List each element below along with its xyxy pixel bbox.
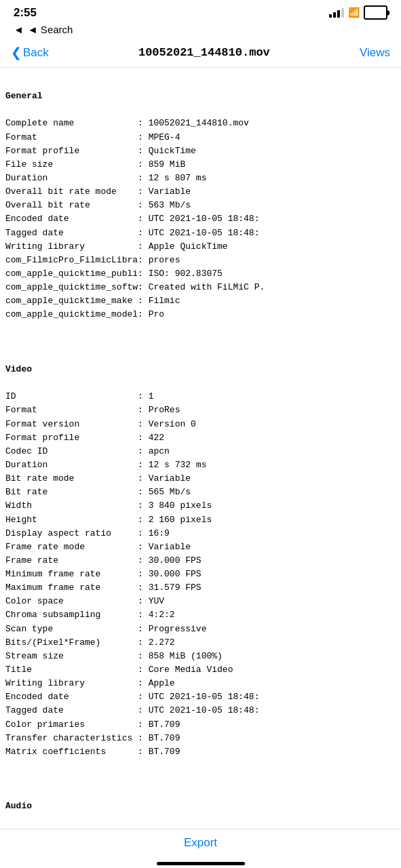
row-value: : Created with FiLMiC P. bbox=[138, 282, 265, 292]
row-value: : 10052021_144810.mov bbox=[138, 118, 249, 128]
row-label: Complete name bbox=[5, 118, 138, 128]
row-label: Maximum frame rate bbox=[5, 583, 138, 593]
table-row: Format version : Version 0 bbox=[5, 419, 196, 429]
row-label: Overall bit rate mode bbox=[5, 186, 138, 197]
status-time: 2:55 bbox=[14, 6, 37, 20]
nav-views-button[interactable]: Views bbox=[360, 46, 390, 60]
wifi-icon: 📶 bbox=[348, 7, 360, 18]
battery-icon bbox=[364, 5, 387, 20]
export-button[interactable]: Export bbox=[0, 829, 401, 856]
row-label: Display aspect ratio bbox=[5, 528, 138, 538]
table-row: com_apple_quicktime_model: Pro bbox=[5, 309, 164, 319]
nav-back-label: Back bbox=[23, 46, 49, 60]
row-label: Minimum frame rate bbox=[5, 569, 138, 579]
row-value: : 4:2:2 bbox=[138, 610, 175, 620]
table-row: Format : ProRes bbox=[5, 405, 180, 415]
row-value: : Filmic bbox=[138, 296, 180, 306]
nav-back-button[interactable]: ❮ Back bbox=[11, 45, 49, 60]
row-value: : BT.709 bbox=[138, 719, 180, 730]
search-bar-area: ◄ ◄ Search bbox=[0, 22, 401, 39]
table-row: Format profile : 422 bbox=[5, 433, 164, 443]
row-value: : ISO: 902.83075 bbox=[138, 269, 223, 279]
table-row: Maximum frame rate : 31.579 FPS bbox=[5, 583, 202, 593]
row-value: : UTC 2021-10-05 18:48: bbox=[138, 214, 259, 224]
table-row: Color primaries : BT.709 bbox=[5, 719, 180, 730]
row-label: com_apple_quicktime_make bbox=[5, 296, 138, 306]
row-value: : prores bbox=[138, 255, 180, 265]
row-label: Frame rate mode bbox=[5, 542, 138, 552]
video-header: Video bbox=[5, 364, 32, 374]
row-label: Overall bit rate bbox=[5, 200, 138, 210]
table-row: Tagged date : UTC 2021-10-05 18:48: bbox=[5, 228, 259, 238]
table-row: Complete name : 10052021_144810.mov bbox=[5, 118, 249, 128]
chevron-left-icon: ◄ bbox=[14, 24, 24, 35]
table-row: Matrix coefficients : BT.709 bbox=[5, 747, 180, 757]
table-row: com_apple_quicktime_softw: Created with … bbox=[5, 282, 265, 292]
table-row: Codec ID : apcn bbox=[5, 446, 170, 456]
row-value: : Apple QuickTime bbox=[138, 241, 228, 252]
row-label: Encoded date bbox=[5, 214, 138, 224]
table-row: Bits/(Pixel*Frame) : 2.272 bbox=[5, 637, 175, 648]
row-value: : 30.000 FPS bbox=[138, 569, 202, 579]
row-label: Title bbox=[5, 665, 138, 675]
row-value: : 3 840 pixels bbox=[138, 500, 212, 511]
nav-chevron-icon: ❮ bbox=[11, 45, 22, 60]
table-row: Display aspect ratio : 16:9 bbox=[5, 528, 170, 538]
row-label: Transfer characteristics bbox=[5, 733, 138, 743]
row-value: : MPEG-4 bbox=[138, 132, 180, 142]
table-row: com_apple_quicktime_publi: ISO: 902.8307… bbox=[5, 269, 223, 279]
row-value: : UTC 2021-10-05 18:48: bbox=[138, 692, 259, 702]
table-row: File size : 859 MiB bbox=[5, 159, 185, 170]
row-value: : 2 160 pixels bbox=[138, 515, 212, 525]
home-bar bbox=[157, 862, 245, 865]
table-row: Tagged date : UTC 2021-10-05 18:48: bbox=[5, 705, 259, 715]
row-value: : Apple bbox=[138, 678, 175, 688]
signal-icon bbox=[329, 8, 344, 18]
table-row: Format : MPEG-4 bbox=[5, 132, 180, 142]
row-label: Writing library bbox=[5, 241, 138, 252]
row-label: Writing library bbox=[5, 678, 138, 688]
table-row: Stream size : 858 MiB (100%) bbox=[5, 651, 223, 661]
status-bar: 2:55 📶 bbox=[0, 0, 401, 22]
row-value: : Version 0 bbox=[138, 419, 196, 429]
row-value: : BT.709 bbox=[138, 733, 180, 743]
row-value: : BT.709 bbox=[138, 747, 180, 757]
row-value: : QuickTime bbox=[138, 146, 196, 156]
row-label: Color primaries bbox=[5, 719, 138, 730]
row-label: Duration bbox=[5, 460, 138, 470]
row-label: Format profile bbox=[5, 146, 138, 156]
video-rows: ID : 1 Format : ProRes Format version : … bbox=[5, 391, 259, 757]
table-row: ID : 1 bbox=[5, 391, 153, 401]
row-label: Frame rate bbox=[5, 555, 138, 566]
row-value: : UTC 2021-10-05 18:48: bbox=[138, 705, 259, 715]
row-label: Format bbox=[5, 132, 138, 142]
search-back[interactable]: ◄ ◄ Search bbox=[14, 24, 387, 35]
row-value: : 858 MiB (100%) bbox=[138, 651, 223, 661]
row-value: : apcn bbox=[138, 446, 170, 456]
row-value: : 563 Mb/s bbox=[138, 200, 191, 210]
row-value: : 31.579 FPS bbox=[138, 583, 202, 593]
row-label: Format bbox=[5, 405, 138, 415]
general-header: General bbox=[5, 91, 43, 101]
table-row: Height : 2 160 pixels bbox=[5, 515, 212, 525]
row-value: : 2.272 bbox=[138, 637, 175, 648]
row-value: : Core Media Video bbox=[138, 665, 233, 675]
table-row: Title : Core Media Video bbox=[5, 665, 233, 675]
general-rows: Complete name : 10052021_144810.mov Form… bbox=[5, 118, 265, 319]
table-row: Encoded date : UTC 2021-10-05 18:48: bbox=[5, 692, 259, 702]
row-label: Format profile bbox=[5, 433, 138, 443]
row-label: Duration bbox=[5, 173, 138, 183]
table-row: Bit rate mode : Variable bbox=[5, 473, 191, 484]
row-label: ID bbox=[5, 391, 138, 401]
home-indicator bbox=[0, 856, 401, 868]
row-label: Format version bbox=[5, 419, 138, 429]
table-row: Encoded date : UTC 2021-10-05 18:48: bbox=[5, 214, 259, 224]
audio-header: Audio bbox=[5, 801, 32, 811]
table-row: Chroma subsampling : 4:2:2 bbox=[5, 610, 175, 620]
row-value: : UTC 2021-10-05 18:48: bbox=[138, 228, 259, 238]
row-value: : 12 s 732 ms bbox=[138, 460, 206, 470]
row-value: : 12 s 807 ms bbox=[138, 173, 206, 183]
row-label: Color space bbox=[5, 596, 138, 606]
table-row: Duration : 12 s 807 ms bbox=[5, 173, 206, 183]
row-label: Width bbox=[5, 500, 138, 511]
